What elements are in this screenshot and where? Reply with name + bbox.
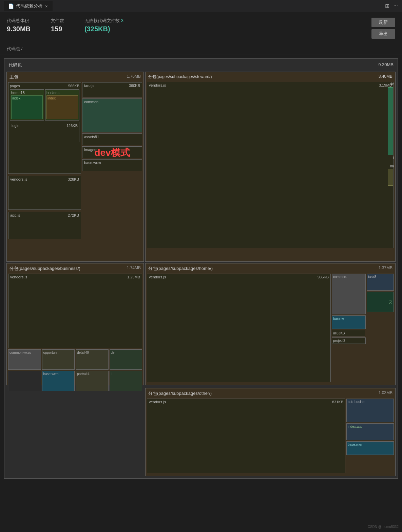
business-package: 分包(pages/subpackages/business/) 1.74MB v…: [6, 263, 144, 385]
other-vendors-block: vendors.js 831KB: [147, 399, 345, 473]
home-base-wxml: base.w: [332, 315, 366, 329]
steward-i-label: i: [388, 156, 394, 160]
steward-label: 分包(pages/subpackages/steward/): [148, 74, 212, 80]
tab-dependency-analysis[interactable]: 📄 代码依赖分析 ×: [4, 1, 53, 11]
business-detail: detail49: [76, 349, 109, 370]
steward-brown-bar: [388, 169, 393, 186]
refresh-button[interactable]: 刷新: [371, 18, 395, 27]
top-packages-grid: 主包 1.76MB pages 566KB: [6, 72, 396, 262]
pages-block: pages 566KB home18 index.: [8, 82, 81, 174]
main-content: 代码包 9.30MB 主包 1.76MB pages: [0, 55, 402, 482]
business-opportunit: opportunit: [42, 349, 75, 370]
app-label: app.js: [10, 213, 20, 217]
file-count-value: 159: [51, 25, 64, 33]
tab-label: 代码依赖分析: [16, 3, 42, 9]
header-stats: 代码总体积 9.30MB 文件数 159 无依赖代码文件数 3 (325KB) …: [0, 12, 402, 43]
main-pkg-header: 主包 1.76MB: [8, 73, 142, 82]
other-vendors-size: 831KB: [332, 400, 343, 404]
base-wxn-label: base.wxn: [348, 443, 362, 446]
business-base-wxml-label: base.wxml: [43, 372, 59, 376]
home-inner: vendors.js 985KB common. base.w: [147, 274, 394, 382]
business-vendors-label: vendors.js: [10, 275, 27, 279]
business-label: 分包(pages/subpackages/business/): [9, 265, 80, 272]
main-pkg-right: taro.js 360KB common assets81 images:: [82, 82, 142, 259]
other-package: 分包(pages/subpackages/other/) 1.03MB vend…: [145, 388, 396, 476]
other-header: 分包(pages/subpackages/other/) 1.03MB: [147, 390, 394, 399]
split-icon[interactable]: ⊞: [385, 3, 389, 9]
steward-ba-label: ba: [388, 164, 394, 168]
login-block-header: login 126KB: [12, 124, 78, 128]
home-project-label: project3: [333, 339, 345, 343]
more-icon[interactable]: ···: [394, 3, 398, 9]
task-label: task8: [368, 275, 376, 279]
business-label: busines: [46, 91, 78, 95]
business-bottom-row1: common.wxss opportunit detail49 de: [8, 349, 142, 370]
other-right-col: add-busine index.wx: base.wxn: [346, 399, 394, 473]
business-empty: [8, 371, 41, 391]
business-bottom-row2: base.wxml portrait4 i: [8, 371, 142, 391]
vendors-main-label: vendors.js: [10, 177, 27, 181]
home-vendors-header: vendors.js 985KB: [149, 275, 329, 279]
business-vendors-block: vendors.js 1.25MB: [8, 274, 142, 348]
pages-label: pages: [10, 84, 20, 88]
pages-inner-grid: home18 index. busines index: [10, 89, 79, 121]
vendors-main-header: vendors.js 328KB: [10, 177, 79, 181]
index-wxss-block: index.wx:: [346, 423, 394, 440]
login-size: 126KB: [66, 124, 78, 128]
no-dep-stat: 无依赖代码文件数 3 (325KB): [84, 18, 123, 33]
app-block: app.js 272KB: [8, 212, 81, 239]
main-package: 主包 1.76MB pages 566KB: [6, 72, 144, 262]
business-file-block: busines index: [45, 89, 79, 121]
inc-block: inc: [367, 292, 394, 312]
tab-actions: ⊞ ···: [385, 3, 398, 9]
home-right-col: common. base.w all33KB pro: [332, 274, 366, 382]
home-vendors-size: 985KB: [318, 275, 329, 279]
home-header: 分包(pages/subpackages/home/) 1.37MB: [147, 265, 394, 274]
images-block: images:: [82, 146, 142, 158]
common-label: common: [84, 100, 98, 104]
file-icon: 📄: [8, 3, 14, 9]
business-common-wxss: common.wxss: [8, 349, 41, 370]
tab-close-button[interactable]: ×: [44, 4, 49, 9]
home-pkg-label: 分包(pages/subpackages/home/): [148, 265, 213, 272]
app-size: 272KB: [68, 213, 79, 217]
login-block: login 126KB: [10, 122, 79, 142]
home-index-label: index.: [12, 96, 21, 100]
business-header: 分包(pages/subpackages/business/) 1.74MB: [8, 265, 142, 274]
business-portrait-label: portrait4: [77, 372, 90, 376]
business-opportunit-label: opportunit: [43, 351, 58, 354]
app-header: app.js 272KB: [10, 213, 79, 217]
other-pkg-size: 1.03MB: [379, 390, 393, 397]
home-package: 分包(pages/subpackages/home/) 1.37MB vendo…: [145, 263, 396, 385]
other-vendors-label: vendors.js: [149, 400, 166, 404]
task-block: task8: [367, 274, 394, 291]
business-vendors-header: vendors.js 1.25MB: [10, 275, 140, 279]
no-dep-size: (325KB): [84, 25, 123, 33]
pages-block-header: pages 566KB: [10, 84, 79, 88]
business-size: 1.74MB: [127, 265, 141, 272]
business-i2: i: [110, 371, 142, 391]
file-count-label: 文件数: [51, 18, 64, 24]
business-de-label: de: [111, 351, 115, 354]
business-common-label: common.wxss: [9, 351, 31, 354]
pages-size: 566KB: [68, 84, 79, 88]
home-common-block: common.: [332, 274, 366, 314]
export-button[interactable]: 导出: [371, 29, 395, 39]
total-size-label: 代码总体积: [7, 18, 31, 24]
base-wxm-block: base.wxm: [82, 159, 142, 171]
home-index-block: index.: [11, 95, 43, 119]
home-base-wxml-label: base.w: [333, 317, 344, 320]
base-wxm-label: base.wxm: [84, 161, 101, 165]
home-bottom-row: all33KB: [332, 330, 366, 336]
main-pkg-inner: pages 566KB home18 index.: [8, 82, 142, 259]
add-business-block: add-busine: [346, 399, 394, 422]
main-pkg-left: pages 566KB home18 index.: [8, 82, 81, 259]
assets-label: assets81: [84, 135, 99, 139]
home-file-block: home18 index.: [10, 89, 44, 121]
outer-box-header: 代码包 9.30MB: [6, 61, 396, 70]
home-vendors-label: vendors.js: [149, 275, 166, 279]
business-i2-label: i: [111, 372, 112, 376]
total-size-stat: 代码总体积 9.30MB: [7, 18, 31, 33]
outer-box-size: 9.30MB: [378, 62, 394, 68]
tab-bar: 📄 代码依赖分析 × ⊞ ···: [0, 0, 402, 12]
